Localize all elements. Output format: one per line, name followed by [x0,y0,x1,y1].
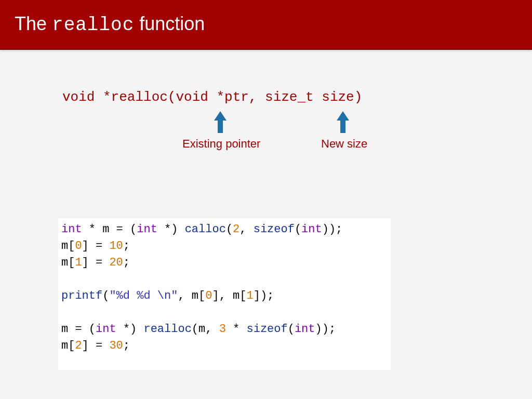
svg-marker-1 [337,111,349,133]
svg-marker-0 [214,111,227,133]
title-bar: The realloc function [0,0,532,50]
slide-title: The realloc function [15,13,205,36]
code-line-4 [61,271,385,288]
arrow-up-icon [337,111,349,133]
function-signature: void *realloc(void *ptr, size_t size) [62,89,362,105]
code-line-7: m = (int *) realloc(m, 3 * sizeof(int)); [61,321,385,338]
annotation-size: New size [321,137,367,151]
code-line-8: m[2] = 30; [61,338,385,354]
arrow-up-icon [214,111,227,133]
code-line-3: m[1] = 20; [61,255,385,271]
annotation-ptr: Existing pointer [182,137,260,151]
code-line-2: m[0] = 10; [61,238,385,255]
code-line-6 [61,304,385,321]
code-line-5: printf("%d %d \n", m[0], m[1]); [61,288,385,304]
slide-body: void *realloc(void *ptr, size_t size) Ex… [0,50,532,86]
title-suffix: function [134,13,205,34]
title-prefix: The [15,13,52,34]
code-block: int * m = (int *) calloc(2, sizeof(int))… [58,218,391,370]
title-mono: realloc [52,15,134,36]
code-line-1: int * m = (int *) calloc(2, sizeof(int))… [61,221,385,238]
